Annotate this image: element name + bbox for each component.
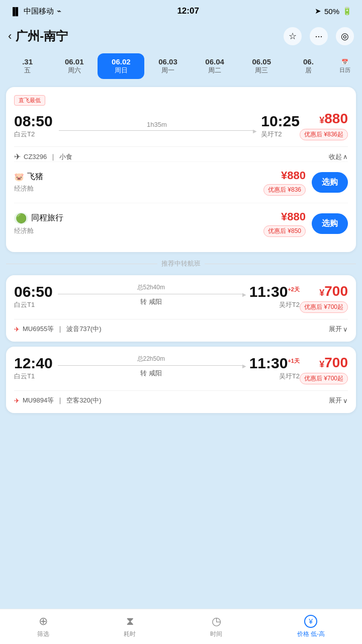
transfer1-depart-info: 06:50 白云T1 bbox=[14, 283, 53, 309]
transfer1-arrive-time: 11:30+2天 bbox=[249, 283, 300, 300]
scan-icon: ◎ bbox=[341, 31, 349, 42]
calendar-icon: 📅 bbox=[341, 59, 348, 65]
tongcheng-label: 同程旅行 bbox=[31, 213, 63, 223]
channel-feizhu-info: 🐷 飞猪 经济舱 bbox=[14, 172, 43, 193]
nav-time-cost[interactable]: ⧗ 耗时 bbox=[124, 615, 136, 638]
transfer2-duration: 总22h50m bbox=[137, 355, 165, 363]
transfer2-expand-button[interactable]: 展开 ∨ bbox=[329, 396, 348, 405]
transfer2-price-col: ¥700 优惠后 ¥700起 bbox=[300, 355, 348, 384]
clock-icon: ◷ bbox=[212, 615, 221, 628]
price-value: 880 bbox=[324, 111, 348, 126]
feizhu-class: 经济舱 bbox=[14, 184, 43, 193]
airline-info: ✈ CZ3296 ｜ 小食 bbox=[14, 152, 72, 162]
transfer2-discount: 优惠后 ¥700起 bbox=[300, 373, 348, 384]
filter-icon: ⊕ bbox=[39, 615, 48, 628]
channel-tongcheng-right: ¥880 优惠后 ¥850 选购 bbox=[263, 210, 348, 237]
feizhu-price: ¥880 bbox=[281, 169, 306, 182]
transfer1-airline-icon: ✈ bbox=[14, 326, 20, 333]
airline-icon: ✈ bbox=[14, 152, 21, 162]
flight-info-row: ✈ CZ3296 ｜ 小食 收起 ∧ bbox=[14, 146, 348, 162]
feizhu-discount: 优惠后 ¥836 bbox=[263, 184, 306, 196]
chevron-up-icon: ∧ bbox=[343, 153, 348, 160]
channel-tongcheng-info: 🟢 同程旅行 经济舱 bbox=[14, 212, 63, 235]
nav-price[interactable]: ¥ 价格 低-高 bbox=[297, 615, 325, 638]
tab-606[interactable]: 06. 居 bbox=[285, 53, 332, 79]
feizhu-label: 飞猪 bbox=[27, 172, 43, 182]
bottom-nav: ⊕ 筛选 ⧗ 耗时 ◷ 时间 ¥ 价格 低-高 bbox=[0, 609, 362, 644]
transfer2-depart-time: 12:40 bbox=[14, 355, 53, 372]
nav-price-label: 价格 低-高 bbox=[297, 630, 325, 638]
tab-531[interactable]: .31 五 bbox=[4, 53, 51, 79]
transfer1-aircraft: 波音737(中) bbox=[66, 325, 101, 334]
yen-symbol: ¥ bbox=[319, 115, 324, 125]
nav-time[interactable]: ◷ 时间 bbox=[210, 615, 222, 638]
nav-filter[interactable]: ⊕ 筛选 bbox=[37, 615, 49, 638]
status-bar: ▐▌ 中国移动 ⌁ 12:07 ➤ 50% 🔋 bbox=[0, 0, 362, 22]
transfer2-via: 转 咸阳 bbox=[140, 369, 162, 378]
depart-info: 08:50 白云T2 bbox=[14, 113, 53, 139]
expand1-label: 展开 bbox=[329, 325, 342, 334]
more-button[interactable]: ··· bbox=[310, 27, 328, 45]
transfer2-depart-info: 12:40 白云T1 bbox=[14, 355, 53, 381]
transfer1-price: ¥700 bbox=[300, 283, 348, 299]
transfer1-expand-button[interactable]: 展开 ∨ bbox=[329, 325, 348, 334]
battery-icon: 🔋 bbox=[342, 7, 352, 16]
flight-line: ▶ bbox=[59, 130, 255, 131]
tongcheng-class: 经济舱 bbox=[14, 226, 63, 235]
channel-tongcheng: 🟢 同程旅行 经济舱 ¥880 优惠后 ¥850 选购 bbox=[14, 203, 348, 244]
collapse-button[interactable]: 收起 ∧ bbox=[329, 152, 348, 162]
favorite-button[interactable]: ☆ bbox=[284, 27, 302, 45]
calendar-button[interactable]: 📅 日历 bbox=[332, 57, 358, 76]
transfer2-airline: ✈ MU9894等 ｜ 空客320(中) bbox=[14, 396, 102, 405]
feizhu-logo: 🐷 bbox=[14, 172, 24, 182]
transfer1-arrive-info: 11:30+2天 吴圩T2 bbox=[249, 283, 300, 309]
separator: ｜ bbox=[50, 152, 56, 162]
scan-button[interactable]: ◎ bbox=[336, 27, 354, 45]
transfer1-info-row: ✈ MU6955等 ｜ 波音737(中) 展开 ∨ bbox=[14, 319, 348, 334]
transfer1-info: 总52h40m ▶ 转 咸阳 bbox=[53, 283, 249, 306]
transfer-flight-2-row: 12:40 白云T1 总22h50m ▶ 转 咸阳 11:30+1天 吴圩T2 … bbox=[14, 355, 348, 384]
tongcheng-logo: 🟢 bbox=[14, 212, 28, 224]
transfer2-info-row: ✈ MU9894等 ｜ 空客320(中) 展开 ∨ bbox=[14, 390, 348, 405]
transfer-flight-1: 06:50 白云T1 总52h40m ▶ 转 咸阳 11:30+2天 吴圩T2 … bbox=[6, 275, 356, 342]
status-time: 12:07 bbox=[177, 6, 199, 16]
depart-time: 08:50 bbox=[14, 113, 53, 130]
status-right: ➤ 50% 🔋 bbox=[315, 7, 352, 16]
transfer-flight-1-row: 06:50 白云T1 总52h40m ▶ 转 咸阳 11:30+2天 吴圩T2 … bbox=[14, 283, 348, 313]
channel-feizhu: 🐷 飞猪 经济舱 ¥880 优惠后 ¥836 选购 bbox=[14, 162, 348, 203]
wifi-icon: ⌁ bbox=[57, 7, 61, 16]
flight-main-row: 08:50 白云T2 1h35m ▶ 10:25 吴圩T2 ¥880 优惠后 ¥… bbox=[14, 111, 348, 140]
transfer2-arrive-time: 11:30+1天 bbox=[249, 355, 300, 372]
header: ‹ 广州-南宁 ☆ ··· ◎ bbox=[0, 22, 362, 50]
transfer1-duration: 总52h40m bbox=[137, 283, 165, 292]
nav-timecost-label: 耗时 bbox=[124, 630, 136, 638]
header-left: ‹ 广州-南宁 bbox=[8, 28, 68, 44]
tab-604[interactable]: 06.04 周二 bbox=[192, 53, 238, 79]
tab-603[interactable]: 06.03 周一 bbox=[144, 53, 191, 79]
tab-605[interactable]: 06.05 周三 bbox=[238, 53, 285, 79]
location-icon: ➤ bbox=[315, 7, 321, 16]
tongcheng-price: ¥880 bbox=[281, 210, 306, 223]
tab-601[interactable]: 06.01 周六 bbox=[51, 53, 98, 79]
hourglass-icon: ⧗ bbox=[126, 615, 134, 628]
transfer1-depart-terminal: 白云T1 bbox=[14, 300, 53, 309]
battery-percent: 50% bbox=[324, 7, 339, 16]
nav-filter-label: 筛选 bbox=[37, 630, 49, 638]
tab-602[interactable]: 06.02 周日 bbox=[98, 53, 144, 79]
feizhu-buy-button[interactable]: 选购 bbox=[312, 172, 348, 193]
transfer1-via: 转 咸阳 bbox=[140, 297, 162, 306]
arrive-info: 10:25 吴圩T2 bbox=[261, 113, 300, 139]
transfer-section-label: 推荐中转航班 bbox=[6, 257, 356, 270]
signal-icon: ▐▌ bbox=[10, 7, 21, 16]
calendar-label: 日历 bbox=[339, 66, 350, 74]
tongcheng-buy-button[interactable]: 选购 bbox=[312, 213, 348, 234]
transfer2-price: ¥700 bbox=[300, 355, 348, 371]
arrive-time: 10:25 bbox=[261, 113, 300, 130]
page-title: 广州-南宁 bbox=[16, 28, 68, 44]
price-icon: ¥ bbox=[304, 615, 317, 628]
transfer2-info: 总22h50m ▶ 转 咸阳 bbox=[53, 355, 249, 378]
transfer1-depart-time: 06:50 bbox=[14, 283, 53, 300]
header-right: ☆ ··· ◎ bbox=[284, 27, 354, 45]
main-content: 直飞最低 08:50 白云T2 1h35m ▶ 10:25 吴圩T2 ¥880 bbox=[0, 82, 362, 463]
back-button[interactable]: ‹ bbox=[8, 30, 12, 43]
